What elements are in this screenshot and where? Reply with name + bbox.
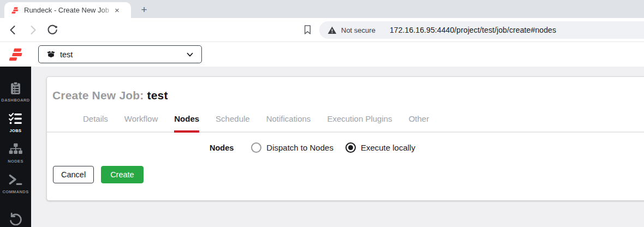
url-text[interactable]: 172.16.16.95:4440/project/test/job/creat… xyxy=(390,26,556,34)
new-tab-button[interactable]: + xyxy=(136,2,152,17)
browser-toolbar: Not secure 172.16.16.95:4440/project/tes… xyxy=(0,18,644,42)
radio-circle-selected[interactable] xyxy=(345,142,356,153)
tab-title: Rundeck - Create New Job xyxy=(24,6,114,14)
reload-icon[interactable] xyxy=(46,23,59,37)
radio-execute-locally[interactable]: Execute locally xyxy=(345,142,415,153)
nodes-form-row: Nodes Dispatch to Nodes Execute locally xyxy=(47,142,644,153)
sidebar-nav: DASHBOARD JOBS NODES xyxy=(0,67,31,227)
radio-dispatch-to-nodes[interactable]: Dispatch to Nodes xyxy=(251,142,333,153)
tab-close-icon[interactable]: × xyxy=(115,6,120,14)
page-title-prefix: Create New Job: xyxy=(52,89,144,101)
cancel-button[interactable]: Cancel xyxy=(53,166,94,183)
project-selector[interactable]: test xyxy=(38,45,202,63)
project-box-icon xyxy=(46,50,56,59)
job-tabs: Details Workflow Nodes Schedule Notifica… xyxy=(47,114,644,133)
browser-tab-bar: Rundeck - Create New Job × + xyxy=(0,0,644,18)
tab-other[interactable]: Other xyxy=(409,114,430,133)
chevron-down-icon xyxy=(185,50,195,59)
bookmark-icon[interactable] xyxy=(302,24,313,35)
sidebar-item-nodes[interactable]: NODES xyxy=(0,142,31,164)
sidebar-item-dashboard[interactable]: DASHBOARD xyxy=(0,81,31,103)
radio-label-execute-locally[interactable]: Execute locally xyxy=(361,143,415,152)
nodes-radio-group: Dispatch to Nodes Execute locally xyxy=(251,142,427,153)
not-secure-warning-icon xyxy=(327,26,337,35)
tab-details[interactable]: Details xyxy=(83,114,108,133)
create-job-card: Create New Job:test Details Workflow Nod… xyxy=(46,76,644,201)
back-icon[interactable] xyxy=(7,23,20,37)
activity-history-icon xyxy=(8,211,23,225)
form-actions: Cancel Create xyxy=(47,166,644,183)
sidebar-label-nodes: NODES xyxy=(8,159,23,164)
address-bar[interactable]: Not secure 172.16.16.95:4440/project/tes… xyxy=(319,21,644,39)
sidebar-item-activity[interactable] xyxy=(0,203,31,227)
rundeck-logo-icon[interactable] xyxy=(8,46,25,63)
project-selector-value: test xyxy=(60,50,185,59)
sidebar-label-jobs: JOBS xyxy=(9,128,21,133)
forward-icon[interactable] xyxy=(26,23,39,37)
commands-terminal-icon xyxy=(8,172,23,187)
tab-workflow[interactable]: Workflow xyxy=(124,114,158,133)
page-title: Create New Job:test xyxy=(52,89,644,102)
rundeck-favicon-icon xyxy=(11,6,20,15)
dashboard-clipboard-icon xyxy=(8,81,23,95)
sidebar-label-commands: COMMANDS xyxy=(2,189,28,194)
browser-tab[interactable]: Rundeck - Create New Job × xyxy=(4,2,131,18)
app-header: test xyxy=(0,42,644,67)
not-secure-label[interactable]: Not secure xyxy=(341,26,375,34)
tab-execution-plugins[interactable]: Execution Plugins xyxy=(327,114,392,133)
page-background: Create New Job:test Details Workflow Nod… xyxy=(31,67,644,227)
tab-nodes[interactable]: Nodes xyxy=(174,114,199,133)
jobs-checklist-icon xyxy=(8,111,23,126)
sidebar-item-jobs[interactable]: JOBS xyxy=(0,111,31,133)
sidebar-item-commands[interactable]: COMMANDS xyxy=(0,172,31,194)
radio-circle-unselected[interactable] xyxy=(251,142,261,153)
sidebar-label-dashboard: DASHBOARD xyxy=(1,98,29,103)
nodes-sitemap-icon xyxy=(8,142,23,157)
page-title-job-name: test xyxy=(147,89,168,101)
tab-schedule[interactable]: Schedule xyxy=(216,114,250,133)
radio-label-dispatch[interactable]: Dispatch to Nodes xyxy=(266,143,333,152)
create-button[interactable]: Create xyxy=(101,166,144,183)
nodes-field-label: Nodes xyxy=(210,144,234,152)
tab-notifications[interactable]: Notifications xyxy=(266,114,311,133)
